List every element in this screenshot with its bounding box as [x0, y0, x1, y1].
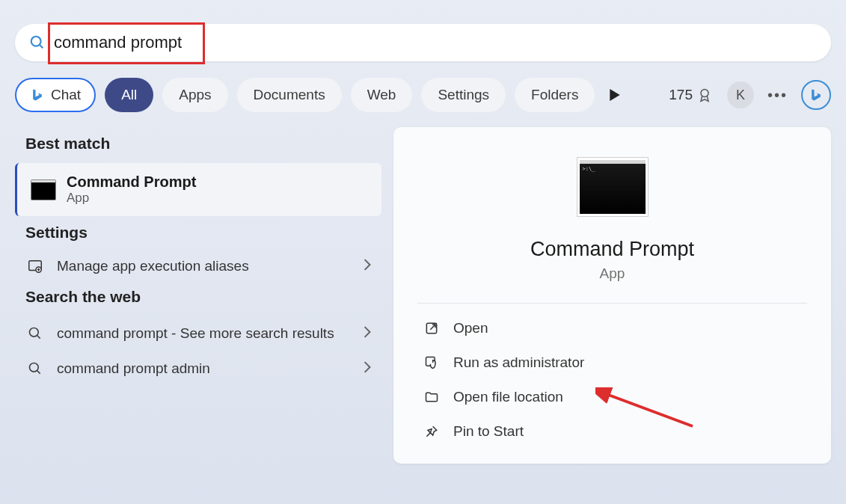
svg-point-5	[30, 328, 39, 337]
svg-point-7	[30, 363, 39, 372]
divider	[417, 303, 807, 304]
action-run-admin[interactable]: Run as administrator	[417, 345, 807, 380]
settings-header: Settings	[25, 224, 381, 242]
best-match-header: Best match	[25, 135, 381, 153]
cmd-prompt-icon	[31, 179, 56, 200]
best-match-item[interactable]: Command Prompt App	[15, 163, 381, 216]
rewards-points[interactable]: 175	[669, 87, 712, 103]
open-icon	[423, 321, 440, 336]
search-input[interactable]	[54, 33, 233, 52]
bing-chat-button[interactable]	[801, 80, 831, 110]
chat-button[interactable]: Chat	[15, 78, 96, 112]
user-avatar[interactable]: K	[727, 82, 754, 108]
action-open[interactable]: Open	[417, 311, 807, 345]
points-value: 175	[669, 87, 693, 103]
settings-item-icon	[25, 258, 45, 274]
bing-icon	[30, 87, 45, 102]
settings-item-label: Manage app execution aliases	[57, 258, 352, 274]
search-bar[interactable]	[15, 24, 831, 61]
search-web-header: Search the web	[25, 288, 381, 306]
search-icon	[28, 34, 46, 52]
action-open-location[interactable]: Open file location	[417, 380, 807, 414]
action-label: Run as administrator	[453, 354, 584, 371]
action-label: Open	[453, 320, 488, 336]
svg-line-1	[40, 45, 43, 49]
action-label: Pin to Start	[453, 423, 524, 440]
action-pin-start[interactable]: Pin to Start	[417, 414, 807, 449]
web-result-text: command prompt - See more search results	[57, 324, 352, 344]
svg-point-2	[701, 90, 708, 97]
filter-chip-documents[interactable]: Documents	[237, 78, 342, 112]
chevron-right-icon	[364, 259, 371, 274]
search-icon	[25, 361, 45, 376]
shield-icon	[423, 355, 440, 370]
filter-chip-apps[interactable]: Apps	[162, 78, 227, 112]
medal-icon	[697, 87, 712, 102]
filter-chip-web[interactable]: Web	[351, 78, 413, 112]
filter-chip-folders[interactable]: Folders	[515, 78, 595, 112]
web-result-1[interactable]: command prompt - See more search results	[15, 316, 381, 351]
chevron-right-icon	[364, 326, 371, 341]
preview-subtitle: App	[417, 265, 807, 282]
web-result-2[interactable]: command prompt admin	[15, 351, 381, 387]
web-result-text: command prompt admin	[57, 359, 352, 379]
svg-line-8	[37, 370, 40, 373]
settings-item-aliases[interactable]: Manage app execution aliases	[15, 252, 381, 280]
filter-row: Chat All Apps Documents Web Settings Fol…	[15, 78, 831, 112]
more-options-button[interactable]: •••	[767, 87, 788, 104]
filter-chip-all[interactable]: All	[105, 78, 153, 112]
preview-panel: Command Prompt App Open Run as administr…	[393, 127, 831, 464]
svg-point-0	[31, 37, 41, 46]
preview-title: Command Prompt	[417, 238, 807, 261]
action-label: Open file location	[453, 389, 563, 405]
filter-chip-settings[interactable]: Settings	[421, 78, 506, 112]
best-match-subtitle: App	[67, 191, 196, 206]
folder-icon	[423, 390, 440, 405]
search-icon	[25, 326, 45, 341]
chat-label: Chat	[51, 87, 81, 103]
more-filters-button[interactable]	[604, 84, 626, 106]
svg-line-6	[37, 336, 40, 339]
best-match-title: Command Prompt	[67, 173, 196, 191]
pin-icon	[423, 424, 440, 439]
chevron-right-icon	[364, 361, 371, 376]
results-column: Best match Command Prompt App Settings M…	[15, 127, 381, 464]
preview-app-icon	[577, 157, 649, 217]
